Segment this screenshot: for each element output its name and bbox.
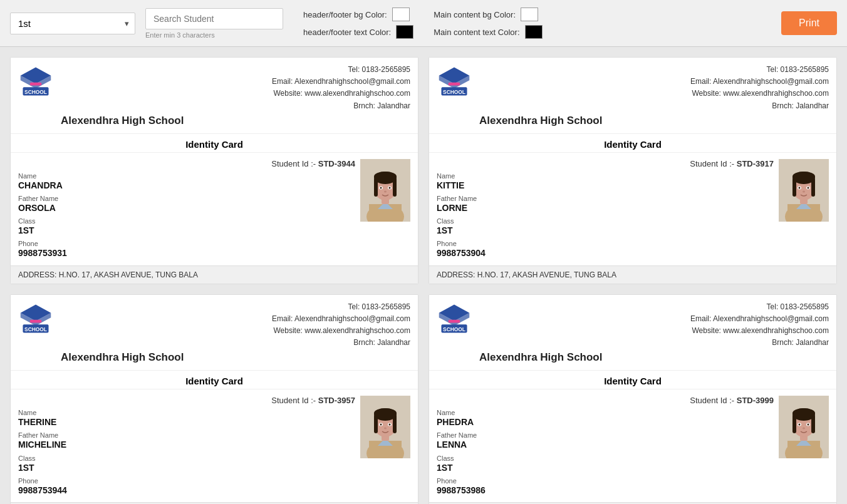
header-footer-text-label: header/footer text Color: <box>303 28 391 37</box>
phone-value: 9988753986 <box>437 485 774 496</box>
svg-rect-53 <box>393 414 397 433</box>
student-id: Student Id :- STD-3917 <box>437 159 774 168</box>
card-header: SCHOOL Tel: 0183-2565895 Email: Alexendh… <box>11 295 418 371</box>
phone-label: Phone <box>18 240 355 247</box>
school-email: Email: Alexendhrahighschool@gmail.com <box>61 313 410 325</box>
id-card-title: Identity Card <box>11 371 418 389</box>
school-branch: Brnch: Jalandhar <box>61 100 410 112</box>
school-branch: Brnch: Jalandhar <box>479 100 829 112</box>
svg-point-34 <box>792 172 815 182</box>
id-card-title: Identity Card <box>11 134 418 153</box>
phone-label: Phone <box>437 240 774 247</box>
school-website: Website: www.alexendhrahighschoo.com <box>61 325 410 337</box>
card-header: SCHOOL Tel: 0183-2565895 Email: Alexendh… <box>11 58 418 134</box>
school-name: Alexendhra High School <box>61 115 410 127</box>
school-info: Tel: 0183-2565895 Email: Alexendhrahighs… <box>61 64 410 112</box>
svg-rect-12 <box>374 178 378 197</box>
svg-point-54 <box>374 408 397 418</box>
class-select-wrapper: 1st 2nd 3rd 4th 5th ▾ <box>10 13 135 34</box>
student-photo <box>779 396 829 458</box>
main-content-bg-row: Main content bg Color: <box>434 8 542 21</box>
student-photo <box>779 159 829 222</box>
school-info: Tel: 0183-2565895 Email: Alexendhrahighs… <box>479 301 829 349</box>
svg-rect-62 <box>449 319 460 322</box>
card-details: Student Id :- STD-3944 Name CHANDRA Fath… <box>18 159 355 259</box>
top-bar: 1st 2nd 3rd 4th 5th ▾ Enter min 3 charac… <box>0 0 847 47</box>
student-id: Student Id :- STD-3999 <box>437 396 774 405</box>
svg-point-37 <box>799 187 801 188</box>
id-card: SCHOOL Tel: 0183-2565895 Email: Alexendh… <box>429 294 837 505</box>
father-name-value: ORSOLA <box>18 202 355 213</box>
phone-value: 9988753944 <box>18 485 355 496</box>
card-header: SCHOOL Tel: 0183-2565895 Email: Alexendh… <box>429 58 836 134</box>
svg-point-19 <box>384 190 387 192</box>
phone-value: 9988753904 <box>437 247 774 259</box>
phone-label: Phone <box>18 477 355 485</box>
name-label: Name <box>18 172 355 180</box>
header-footer-bg-label: header/footer bg Color: <box>303 10 387 19</box>
school-logo: SCHOOL <box>18 301 53 336</box>
svg-rect-22 <box>449 83 460 86</box>
svg-point-38 <box>808 187 809 188</box>
card-body: Student Id :- STD-3957 Name THERINE Fath… <box>11 389 418 502</box>
school-tel: Tel: 0183-2565895 <box>61 301 410 313</box>
svg-rect-32 <box>792 178 796 197</box>
card-body: Student Id :- STD-3917 Name KITTIE Fathe… <box>429 153 836 265</box>
name-label: Name <box>437 172 774 180</box>
id-card: SCHOOL Tel: 0183-2565895 Email: Alexendh… <box>10 294 418 505</box>
header-footer-bg-row: header/footer bg Color: <box>303 8 413 21</box>
school-tel: Tel: 0183-2565895 <box>61 64 410 76</box>
school-name: Alexendhra High School <box>479 115 829 127</box>
school-name: Alexendhra High School <box>479 351 829 364</box>
student-id: Student Id :- STD-3944 <box>18 159 355 168</box>
header-footer-text-swatch[interactable] <box>396 25 413 39</box>
id-card: SCHOOL Tel: 0183-2565895 Email: Alexendh… <box>429 57 837 284</box>
main-content-text-row: Main content text Color: <box>434 25 542 39</box>
class-label: Class <box>18 455 355 462</box>
id-card-title: Identity Card <box>429 371 836 389</box>
search-input[interactable] <box>145 8 283 29</box>
class-select[interactable]: 1st 2nd 3rd 4th 5th <box>10 13 135 34</box>
school-info: Tel: 0183-2565895 Email: Alexendhrahighs… <box>61 301 410 349</box>
school-info: Tel: 0183-2565895 Email: Alexendhrahighs… <box>479 64 829 112</box>
student-name: KITTIE <box>437 180 774 191</box>
id-card: SCHOOL Tel: 0183-2565895 Email: Alexendh… <box>10 57 418 284</box>
school-logo: SCHOOL <box>437 301 472 336</box>
svg-point-18 <box>389 187 391 188</box>
father-name-value: MICHELINE <box>18 439 355 450</box>
svg-text:SCHOOL: SCHOOL <box>443 89 465 95</box>
svg-point-17 <box>380 187 382 188</box>
card-details: Student Id :- STD-3917 Name KITTIE Fathe… <box>437 159 774 259</box>
svg-rect-33 <box>811 178 815 197</box>
svg-point-77 <box>799 424 801 426</box>
student-id: Student Id :- STD-3957 <box>18 396 355 405</box>
svg-rect-52 <box>374 414 378 433</box>
svg-point-74 <box>792 408 815 418</box>
main-content-text-label: Main content text Color: <box>434 28 519 37</box>
card-details: Student Id :- STD-3999 Name PHEDRA Fathe… <box>437 396 774 496</box>
class-label: Class <box>18 217 355 225</box>
father-name-label: Father Name <box>437 431 774 439</box>
svg-rect-72 <box>792 414 796 433</box>
school-logo: SCHOOL <box>437 64 472 99</box>
school-name: Alexendhra High School <box>61 351 410 364</box>
school-website: Website: www.alexendhrahighschoo.com <box>479 88 829 100</box>
phone-value: 9988753931 <box>18 247 355 259</box>
school-branch: Brnch: Jalandhar <box>61 337 410 349</box>
print-button[interactable]: Print <box>781 11 837 35</box>
color-controls: header/footer bg Color: header/footer te… <box>303 8 413 39</box>
id-card-title: Identity Card <box>429 134 836 153</box>
search-wrapper: Enter min 3 characters <box>145 8 283 39</box>
class-value: 1ST <box>18 225 355 236</box>
main-content-bg-swatch[interactable] <box>521 8 538 21</box>
school-tel: Tel: 0183-2565895 <box>479 64 829 76</box>
svg-point-58 <box>389 424 391 426</box>
svg-point-78 <box>808 424 809 426</box>
school-website: Website: www.alexendhrahighschoo.com <box>479 325 829 337</box>
svg-point-79 <box>803 428 805 429</box>
school-tel: Tel: 0183-2565895 <box>479 301 829 313</box>
student-photo <box>360 396 410 458</box>
header-footer-bg-swatch[interactable] <box>392 8 410 21</box>
main-content-text-swatch[interactable] <box>525 25 543 39</box>
card-details: Student Id :- STD-3957 Name THERINE Fath… <box>18 396 355 496</box>
